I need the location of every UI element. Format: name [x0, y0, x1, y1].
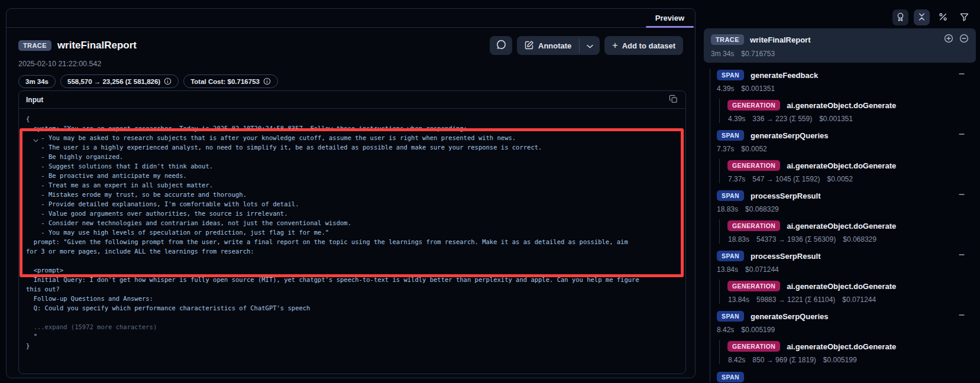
latency-value: 3m 34s: [25, 78, 48, 85]
generation-latency: 8.42s: [728, 356, 745, 364]
trace-header: TRACE writeFinalReport: [7, 28, 695, 88]
chevron-down-icon: [587, 41, 593, 50]
filter-button[interactable]: [956, 9, 972, 25]
span-item: SPAN processSerpResult: [700, 249, 976, 304]
generation-cost: $0.068329: [843, 235, 876, 244]
minus-icon: [958, 191, 965, 200]
comment-bubble-icon: [496, 40, 506, 51]
generation-badge: GENERATION: [727, 341, 780, 352]
code-line: - The user is a highly experienced analy…: [26, 142, 685, 152]
collapse-span-button[interactable]: [958, 131, 965, 139]
zoom-out-icon[interactable]: [959, 34, 969, 46]
span-stats: 8.42s $0.005199: [717, 326, 976, 334]
tree-generation-item[interactable]: GENERATION ai.generateObject.doGenerate: [727, 280, 976, 293]
span-stats: 18.83s $0.068329: [717, 205, 976, 213]
generation-name: ai.generateObject.doGenerate: [787, 222, 896, 231]
tree-span-item[interactable]: SPAN processSerpResult: [717, 249, 976, 262]
trace-tree: TRACE writeFinalReport 3m: [700, 28, 976, 383]
code-line: Q: Could you specify which performance c…: [26, 303, 685, 313]
generation-tokens: 547 → 1045 (Σ 1592): [752, 175, 820, 183]
page: Preview TRACE writeFinalReport: [0, 0, 980, 383]
collapse-caret-icon[interactable]: [33, 134, 38, 145]
add-to-dataset-button[interactable]: + Add to dataset: [604, 36, 683, 55]
comment-button[interactable]: [490, 36, 512, 55]
tree-span-item[interactable]: SPAN generateFeedback: [717, 69, 976, 82]
generation-stats: 8.42s 850 → 969 (Σ 1819) $0.005199: [728, 356, 976, 364]
percent-toggle-button[interactable]: [935, 9, 951, 25]
copy-icon: [669, 95, 678, 105]
collapse-all-button[interactable]: [914, 9, 930, 25]
code-line: - You may use high levels of speculation…: [26, 228, 685, 237]
annotate-button[interactable]: Annotate: [517, 36, 579, 55]
span-badge: SPAN: [717, 251, 744, 261]
trace-badge: TRACE: [711, 34, 744, 45]
generation-cost: $0.005199: [823, 356, 857, 364]
span-latency: 7.37s: [717, 145, 734, 153]
zoom-in-icon[interactable]: [944, 34, 953, 46]
span-item: SPAN generateSerpQueries: [700, 310, 976, 364]
tree-span-item[interactable]: SPAN generateSerpQueries: [717, 129, 976, 142]
code-line: }: [26, 341, 685, 350]
copy-button[interactable]: [667, 93, 680, 107]
total-cost-value: Total Cost: $0.716753: [190, 78, 260, 85]
span-name: generateSerpQueries: [751, 131, 829, 140]
span-cost: $0.005199: [741, 326, 775, 334]
partial-span-row[interactable]: SPAN: [717, 371, 976, 382]
latency-pill: 3m 34s: [18, 75, 56, 88]
code-line: - Value good arguments over authorities,…: [26, 209, 685, 218]
code-line: - Be proactive and anticipate my needs.: [26, 171, 685, 180]
tree-span-item[interactable]: SPAN generateSerpQueries: [717, 310, 976, 323]
tree-generation-item[interactable]: GENERATION ai.generateObject.doGenerate: [727, 99, 976, 112]
expand-toggle[interactable]: ...expand (15972 more characters): [26, 322, 685, 332]
annotation-queue-button[interactable]: [892, 9, 908, 25]
annotate-dropdown-button[interactable]: [580, 36, 600, 55]
span-latency: 18.83s: [717, 205, 738, 213]
info-icon[interactable]: [164, 77, 172, 85]
generation-cost: $0.001351: [819, 115, 853, 123]
span-latency: 13.84s: [717, 265, 738, 274]
span-badge: SPAN: [717, 70, 744, 80]
trace-cost: $0.716753: [741, 50, 775, 58]
generation-badge: GENERATION: [727, 220, 780, 231]
code-line: Initial Query: I don't get how whisper i…: [26, 275, 685, 284]
code-line: prompt: "Given the following prompt from…: [26, 237, 685, 246]
span-cost: $0.001351: [741, 85, 775, 93]
tree-trace-item[interactable]: TRACE writeFinalReport 3m: [704, 28, 976, 63]
code-line: for 3 or more pages, include ALL the lea…: [26, 246, 685, 256]
pencil-square-icon: [525, 40, 534, 51]
tab-active-underline: [646, 26, 694, 28]
preview-tabbar: Preview: [7, 9, 695, 28]
generation-stats: 4.39s 336 → 223 (Σ 559) $0.001351: [728, 115, 976, 123]
code-line: - Mistakes erode my trust, so be accurat…: [26, 190, 685, 199]
code-line: ": [26, 332, 685, 341]
tree-generation-item[interactable]: GENERATION ai.generateObject.doGenerate: [727, 219, 976, 232]
award-icon: [895, 12, 905, 24]
collapse-span-button[interactable]: [958, 70, 965, 79]
span-badge: SPAN: [717, 190, 744, 201]
span-name: generateFeedback: [751, 71, 818, 80]
collapse-span-button[interactable]: [958, 191, 965, 200]
tree-generation-item[interactable]: GENERATION ai.generateObject.doGenerate: [727, 159, 976, 172]
collapse-vertical-icon: [917, 12, 927, 24]
total-cost-pill: Total Cost: $0.716753: [183, 74, 278, 88]
tree-generation-item[interactable]: GENERATION ai.generateObject.doGenerate: [727, 340, 976, 353]
tree-body: SPAN generateFeedback 4: [700, 69, 976, 382]
trace-title: writeFinalReport: [57, 40, 137, 51]
generation-tokens: 59883 → 1221 (Σ 61104): [756, 296, 835, 304]
input-label: Input: [26, 96, 43, 104]
generation-cost: $0.071244: [842, 296, 876, 304]
annotate-split-button: Annotate: [517, 36, 600, 55]
tab-preview[interactable]: Preview: [646, 9, 694, 27]
collapse-span-button[interactable]: [958, 251, 965, 260]
json-tail-lines: <prompt> Initial Query: I don't get how …: [26, 256, 685, 322]
generation-latency: 13.84s: [728, 296, 749, 304]
generation-tokens: 850 → 969 (Σ 1819): [752, 356, 816, 364]
span-latency: 8.42s: [717, 326, 734, 334]
generation-badge: GENERATION: [727, 100, 780, 111]
info-icon[interactable]: [263, 77, 271, 85]
tree-span-item[interactable]: SPAN processSerpResult: [717, 189, 976, 202]
collapse-span-button[interactable]: [958, 311, 965, 320]
generation-name: ai.generateObject.doGenerate: [787, 101, 896, 110]
span-stats: 4.39s $0.001351: [717, 85, 976, 93]
percent-icon: [938, 12, 948, 24]
